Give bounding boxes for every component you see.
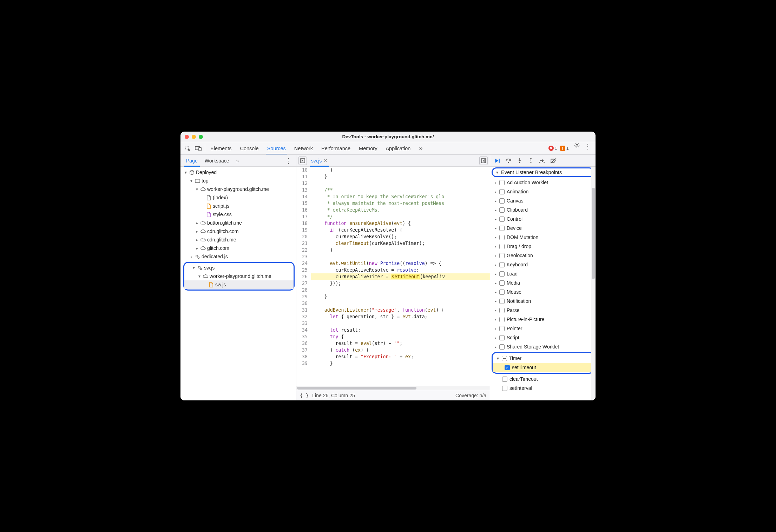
tree-sw-origin[interactable]: ▼ worker-playground.glitch.me	[184, 272, 294, 280]
error-counter[interactable]: ✕ 1	[548, 142, 557, 154]
checkbox-icon[interactable]	[499, 326, 505, 331]
tab-console[interactable]: Console	[236, 142, 263, 154]
code-line[interactable]: 15 * always maintain the most-recent pos…	[296, 200, 490, 207]
code-line[interactable]: 24 evt.waitUntil(new Promise((resolve) =…	[296, 260, 490, 267]
event-category[interactable]: ▸Geolocation	[490, 251, 596, 260]
checkbox-icon[interactable]	[499, 207, 505, 213]
step-over-icon[interactable]	[505, 157, 512, 164]
code-line[interactable]: 12	[296, 180, 490, 187]
inspect-element-icon[interactable]	[183, 142, 193, 155]
resume-icon[interactable]	[494, 157, 501, 164]
code-line[interactable]: 34 let result;	[296, 327, 490, 333]
navigator-more-icon[interactable]: ⋮	[283, 157, 294, 165]
event-category[interactable]: ▸Animation	[490, 187, 596, 196]
minimize-window-button[interactable]	[192, 135, 196, 139]
event-category[interactable]: ▸Picture-in-Picture	[490, 315, 596, 324]
event-category[interactable]: ▸Script	[490, 333, 596, 342]
event-category-timer[interactable]: ▼Timer	[493, 354, 593, 363]
checkbox-icon[interactable]	[499, 299, 505, 304]
code-line[interactable]: 39 }	[296, 360, 490, 367]
event-setinterval[interactable]: setInterval	[490, 384, 596, 393]
tree-sw-file[interactable]: ▸ sw.js	[184, 280, 294, 289]
tab-sources[interactable]: Sources	[263, 142, 290, 154]
code-line[interactable]: 11 }	[296, 173, 490, 180]
tree-sw-root[interactable]: ▼ sw.js	[184, 264, 294, 272]
checkbox-icon[interactable]	[499, 271, 505, 277]
code-line[interactable]: 25 curKeepAliveResolve = resolve;	[296, 267, 490, 273]
checkbox-icon[interactable]	[499, 226, 505, 231]
code-line[interactable]: 17 */	[296, 213, 490, 220]
code-line[interactable]: 19 if (curKeepAliveResolve) {	[296, 227, 490, 233]
tabs-overflow-button[interactable]: »	[415, 142, 427, 154]
checkbox-icon[interactable]	[499, 280, 505, 286]
code-line[interactable]: 16 * extraKeepAliveMs.	[296, 207, 490, 213]
step-into-icon[interactable]	[516, 157, 523, 164]
checkbox-icon[interactable]	[499, 344, 505, 350]
event-cleartimeout[interactable]: clearTimeout	[490, 374, 596, 384]
event-category[interactable]: ▸Canvas	[490, 196, 596, 205]
close-window-button[interactable]	[185, 135, 189, 139]
checkbox-icon[interactable]	[499, 262, 505, 267]
tab-memory[interactable]: Memory	[355, 142, 381, 154]
event-listener-breakpoints-header[interactable]: ▼ Event Listener Breakpoints	[492, 167, 594, 177]
tree-cdn-me[interactable]: ▸ cdn.glitch.me	[182, 235, 296, 244]
code-line[interactable]: 27 }));	[296, 280, 490, 287]
tree-top[interactable]: ▼ top	[182, 177, 296, 185]
code-line[interactable]: 35 try {	[296, 333, 490, 340]
event-category[interactable]: ▸Notification	[490, 297, 596, 306]
checkbox-icon[interactable]	[499, 317, 505, 322]
tab-elements[interactable]: Elements	[206, 142, 236, 154]
event-category[interactable]: ▸Ad Auction Worklet	[490, 178, 596, 187]
code-line[interactable]: 22 }	[296, 247, 490, 253]
code-line[interactable]: 31 addEventListener("message", function(…	[296, 307, 490, 313]
tree-scriptjs[interactable]: ▸ script.js	[182, 202, 296, 210]
zoom-window-button[interactable]	[199, 135, 203, 139]
close-tab-icon[interactable]: ✕	[324, 158, 328, 163]
event-categories-list[interactable]: ▸Ad Auction Worklet▸Animation▸Canvas▸Cli…	[490, 178, 596, 400]
toggle-debugger-icon[interactable]	[479, 157, 488, 165]
device-toolbar-icon[interactable]	[193, 142, 204, 155]
vertical-scrollbar[interactable]	[591, 167, 596, 400]
subtab-page[interactable]: Page	[183, 155, 201, 167]
step-icon[interactable]	[539, 157, 546, 164]
warning-counter[interactable]: ! 1	[560, 142, 569, 154]
event-category[interactable]: ▸Keyboard	[490, 260, 596, 269]
tab-application[interactable]: Application	[381, 142, 415, 154]
checkbox-icon[interactable]	[499, 308, 505, 313]
subtabs-overflow[interactable]: »	[232, 155, 242, 167]
event-category[interactable]: ▸Media	[490, 278, 596, 287]
tree-deployed[interactable]: ▼ Deployed	[182, 168, 296, 177]
code-line[interactable]: 33	[296, 320, 490, 327]
event-category[interactable]: ▸Mouse	[490, 287, 596, 297]
checkbox-icon[interactable]	[499, 244, 505, 249]
horizontal-scrollbar[interactable]	[296, 386, 490, 390]
step-out-icon[interactable]	[527, 157, 534, 164]
scrollbar-thumb[interactable]	[297, 387, 416, 390]
code-line[interactable]: 38 result = "Exception: " + ex;	[296, 353, 490, 360]
checkbox-icon[interactable]	[499, 198, 505, 204]
checkbox-icon[interactable]	[499, 235, 505, 240]
subtab-workspace[interactable]: Workspace	[201, 155, 233, 167]
code-line[interactable]: 10 }	[296, 167, 490, 173]
tab-network[interactable]: Network	[290, 142, 317, 154]
tree-glitch-com[interactable]: ▸ glitch.com	[182, 244, 296, 252]
code-line[interactable]: 14 * In order to keep the ServiceWorker'…	[296, 193, 490, 200]
code-line[interactable]: 20 curKeepAliveResolve();	[296, 233, 490, 240]
more-menu-icon[interactable]: ⋮	[582, 142, 593, 154]
editor-tab-swjs[interactable]: sw.js ✕	[308, 155, 330, 167]
file-tree[interactable]: ▼ Deployed ▼ top ▼	[180, 167, 296, 400]
checkbox-icon[interactable]	[502, 386, 507, 391]
event-category[interactable]: ▸Pointer	[490, 324, 596, 333]
event-category[interactable]: ▸Control	[490, 214, 596, 224]
code-line[interactable]: 26 curKeepAliveTimer = setTimeout(keepAl…	[296, 273, 490, 280]
settings-gear-icon[interactable]	[572, 142, 582, 154]
code-line[interactable]: 18 function ensureKeepAlive(evt) {	[296, 220, 490, 227]
code-line[interactable]: 36 result = eval(str) + "";	[296, 340, 490, 347]
pretty-print-icon[interactable]: { }	[300, 393, 309, 398]
event-category[interactable]: ▸Shared Storage Worklet	[490, 342, 596, 351]
code-line[interactable]: 29 }	[296, 293, 490, 300]
tree-stylecss[interactable]: ▸ style.css	[182, 210, 296, 219]
tree-cdn-com[interactable]: ▸ cdn.glitch.com	[182, 227, 296, 235]
checkbox-icon[interactable]	[499, 253, 505, 258]
checkbox-icon[interactable]	[502, 377, 507, 382]
